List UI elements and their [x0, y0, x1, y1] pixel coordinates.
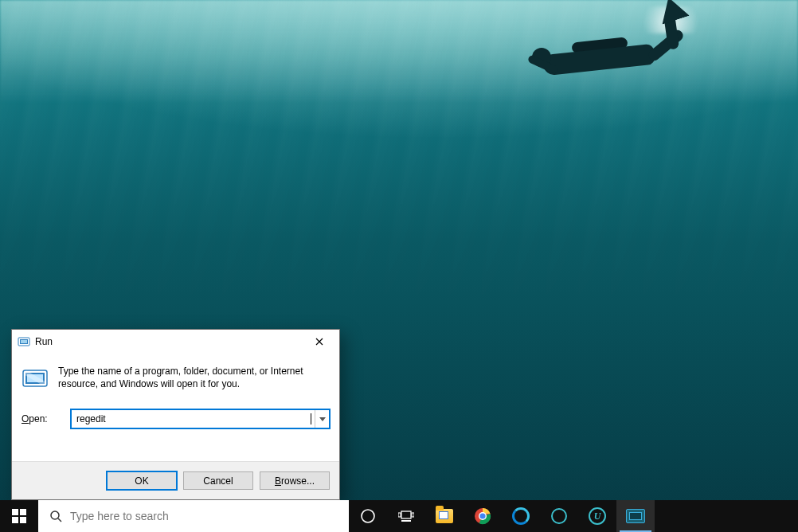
svg-rect-2 — [21, 340, 27, 343]
circle-o-app-button[interactable] — [540, 500, 578, 532]
file-explorer-button[interactable] — [425, 500, 464, 532]
svg-rect-13 — [398, 513, 401, 517]
window-icon — [626, 509, 645, 523]
run-title: Run — [35, 336, 301, 347]
chrome-icon — [474, 507, 491, 525]
open-combobox[interactable] — [71, 409, 330, 428]
svg-rect-14 — [412, 513, 414, 517]
task-view-button[interactable] — [387, 500, 425, 532]
run-instruction-text: Type the name of a program, folder, docu… — [58, 365, 330, 390]
browse-button-label: Browse... — [275, 475, 315, 487]
task-view-icon — [398, 510, 414, 522]
diver-silhouette — [495, 8, 702, 104]
close-icon — [315, 338, 323, 346]
open-input[interactable] — [72, 410, 312, 428]
edge-button[interactable] — [502, 500, 540, 532]
browse-button[interactable]: Browse... — [260, 471, 330, 490]
cortana-icon — [360, 508, 376, 524]
explorer-window-button[interactable] — [616, 500, 655, 532]
svg-point-18 — [479, 513, 485, 518]
chevron-down-icon — [319, 417, 326, 421]
svg-point-11 — [362, 510, 374, 522]
ok-button-label: OK — [135, 475, 148, 487]
chrome-button[interactable] — [464, 500, 502, 532]
search-placeholder: Type here to search — [70, 510, 342, 522]
edge-icon — [512, 507, 530, 525]
svg-rect-6 — [12, 509, 18, 515]
u-icon: U — [589, 507, 606, 525]
run-titlebar[interactable]: Run — [12, 330, 339, 354]
taskbar-search[interactable]: Type here to search — [38, 500, 349, 532]
circle-o-icon — [550, 507, 568, 525]
cortana-button[interactable] — [349, 500, 387, 532]
dropdown-button[interactable] — [315, 410, 329, 428]
start-button[interactable] — [0, 500, 38, 532]
windows-logo-icon — [12, 509, 26, 523]
cancel-button-label: Cancel — [203, 475, 233, 487]
close-button[interactable] — [301, 330, 338, 354]
svg-rect-12 — [401, 511, 411, 518]
open-label: Open: — [22, 413, 63, 424]
run-dialog: Run Type the name of a program, folder, … — [11, 329, 340, 500]
text-cursor — [311, 413, 311, 424]
u-app-button[interactable]: U — [578, 500, 616, 532]
ok-button[interactable]: OK — [107, 471, 177, 490]
svg-rect-7 — [20, 509, 26, 515]
svg-point-19 — [552, 509, 566, 523]
search-icon — [49, 510, 62, 522]
folder-icon — [436, 509, 453, 523]
svg-rect-8 — [12, 517, 18, 523]
run-dialog-icon — [22, 365, 49, 392]
svg-rect-9 — [20, 517, 26, 523]
svg-point-10 — [51, 511, 59, 519]
run-titlebar-icon — [18, 335, 30, 348]
taskbar: Type here to search — [0, 500, 798, 532]
cancel-button[interactable]: Cancel — [183, 471, 253, 490]
run-button-row: OK Cancel Browse... — [12, 461, 339, 499]
svg-rect-15 — [401, 520, 411, 522]
